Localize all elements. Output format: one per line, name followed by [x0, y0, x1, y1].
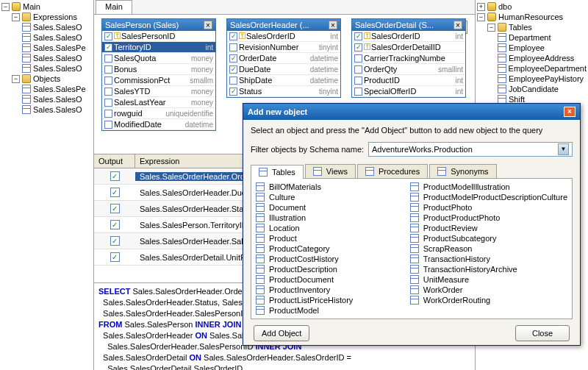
tree-item[interactable]: Sales.SalesPe — [22, 43, 92, 53]
schema-filter-combo[interactable]: AdventureWorks.Production ▼ — [368, 142, 573, 157]
column-checkbox[interactable] — [104, 121, 112, 129]
column-checkbox[interactable]: ✓ — [354, 43, 362, 51]
table-column[interactable]: ProductIDint — [352, 75, 465, 86]
tree-root-main[interactable]: − Main — [1, 1, 92, 12]
tree-item[interactable]: Sales.SalesO — [22, 22, 92, 32]
table-column[interactable]: SalesLastYearmoney — [102, 97, 215, 108]
tree-item[interactable]: Sales.SalesO — [22, 32, 92, 43]
tab-main[interactable]: Main — [96, 0, 132, 14]
dialog-tab-synonyms[interactable]: Synonyms — [429, 164, 496, 178]
table-column[interactable]: ModifiedDatedatetime — [102, 119, 215, 130]
add-object-button[interactable]: Add Object — [254, 325, 309, 341]
list-item[interactable]: TransactionHistory — [409, 254, 569, 264]
tree-table[interactable]: EmployeeDepartment — [477, 63, 587, 74]
dialog-tab-views[interactable]: Views — [305, 164, 356, 178]
table-column[interactable]: OrderQtysmallint — [352, 64, 465, 75]
column-checkbox[interactable]: ✓ — [104, 43, 112, 51]
close-icon[interactable]: × — [564, 107, 576, 117]
object-list[interactable]: BillOfMaterialsCultureDocumentIllustrati… — [251, 179, 573, 319]
tree-table[interactable]: Employee — [477, 43, 587, 53]
tree-item[interactable]: Sales.SalesO — [22, 104, 92, 115]
column-checkbox[interactable] — [354, 77, 362, 85]
tree-table[interactable]: JobCandidate — [477, 84, 587, 94]
table-window[interactable]: SalesOrderDetail (S...×✓⚿SalesOrderIDint… — [351, 18, 466, 98]
collapse-icon[interactable]: − — [12, 75, 20, 83]
column-checkbox[interactable] — [104, 54, 112, 63]
column-checkbox[interactable] — [104, 65, 112, 74]
list-item[interactable]: ProductCostHistory — [254, 254, 409, 264]
column-checkbox[interactable]: ✓ — [229, 54, 237, 63]
table-column[interactable]: ✓DueDatedatetime — [227, 64, 340, 75]
list-item[interactable]: TransactionHistoryArchive — [409, 264, 569, 274]
table-column[interactable]: ✓Statustinyint — [227, 86, 340, 97]
column-checkbox[interactable] — [104, 77, 112, 85]
table-header[interactable]: SalesOrderHeader (...× — [227, 19, 340, 31]
collapse-icon[interactable]: − — [1, 3, 10, 11]
table-header[interactable]: SalesPerson (Sales)× — [102, 19, 215, 31]
table-column[interactable]: CommissionPctsmallm — [102, 75, 215, 86]
column-checkbox[interactable]: ✓ — [229, 65, 237, 74]
list-item[interactable]: ProductInventory — [254, 285, 409, 295]
collapse-icon[interactable]: − — [477, 13, 485, 21]
column-checkbox[interactable] — [104, 110, 112, 118]
tree-table[interactable]: Department — [477, 32, 587, 43]
list-item[interactable]: Document — [254, 202, 409, 213]
list-item[interactable]: ProductPhoto — [409, 202, 569, 213]
table-column[interactable]: ✓⚿SalesOrderIDint — [227, 31, 340, 42]
table-column[interactable]: SalesYTDmoney — [102, 86, 215, 97]
column-checkbox[interactable] — [354, 88, 362, 96]
column-checkbox[interactable]: ✓ — [104, 32, 112, 40]
table-column[interactable]: ✓⚿SalesOrderIDint — [352, 31, 465, 42]
column-checkbox[interactable] — [354, 65, 362, 74]
list-item[interactable]: Location — [254, 223, 409, 233]
close-button[interactable]: Close — [515, 325, 570, 341]
output-checkbox[interactable]: ✓ — [110, 188, 120, 197]
table-column[interactable]: RevisionNumbertinyint — [227, 42, 340, 53]
list-item[interactable]: ProductReview — [409, 223, 569, 233]
close-icon[interactable]: × — [453, 21, 462, 29]
list-item[interactable]: ProductDocument — [254, 274, 409, 285]
tree-item[interactable]: Sales.SalesO — [22, 94, 92, 104]
table-column[interactable]: CarrierTrackingNumbe — [352, 53, 465, 64]
table-column[interactable]: rowguiduniqueidentifie — [102, 108, 215, 119]
column-checkbox[interactable]: ✓ — [354, 32, 362, 40]
column-checkbox[interactable] — [229, 77, 237, 85]
tree-schema[interactable]: +dbo — [477, 1, 587, 12]
collapse-icon[interactable]: − — [12, 13, 20, 21]
tree-expressions[interactable]: − Expressions — [1, 12, 92, 22]
close-icon[interactable]: × — [329, 21, 337, 29]
col-output[interactable]: Output — [94, 154, 135, 168]
tree-table[interactable]: EmployeeAddress — [477, 53, 587, 63]
table-header[interactable]: SalesOrderDetail (S...× — [352, 19, 465, 31]
output-checkbox[interactable]: ✓ — [110, 171, 120, 181]
left-tree[interactable]: − Main − Expressions Sales.SalesOSales.S… — [0, 0, 94, 370]
list-item[interactable]: WorkOrderRouting — [409, 295, 569, 305]
expand-icon[interactable]: + — [477, 3, 485, 11]
list-item[interactable]: UnitMeasure — [409, 274, 569, 285]
tree-item[interactable]: Sales.SalesO — [22, 53, 92, 63]
column-checkbox[interactable]: ✓ — [229, 88, 237, 96]
table-column[interactable]: SalesQuotamoney — [102, 53, 215, 64]
output-checkbox[interactable]: ✓ — [110, 236, 120, 246]
table-column[interactable]: ✓OrderDatedatetime — [227, 53, 340, 64]
list-item[interactable]: Illustration — [254, 213, 409, 223]
table-column[interactable]: ShipDatedatetime — [227, 75, 340, 86]
column-checkbox[interactable] — [104, 88, 112, 96]
table-column[interactable]: ✓⚿SalesOrderDetailID — [352, 42, 465, 53]
chevron-down-icon[interactable]: ▼ — [558, 143, 569, 155]
table-column[interactable]: ✓⚿SalesPersonID — [102, 31, 215, 42]
tree-item[interactable]: Sales.SalesPe — [22, 84, 92, 94]
table-window[interactable]: SalesOrderHeader (...×✓⚿SalesOrderIDintR… — [226, 18, 341, 98]
output-checkbox[interactable]: ✓ — [110, 220, 120, 230]
list-item[interactable]: Culture — [254, 192, 409, 202]
list-item[interactable]: Product — [254, 233, 409, 243]
table-column[interactable]: SpecialOfferIDint — [352, 86, 465, 97]
tree-schema[interactable]: −HumanResources — [477, 12, 587, 22]
column-checkbox[interactable]: ✓ — [229, 32, 237, 40]
list-item[interactable]: WorkOrder — [409, 285, 569, 295]
column-checkbox[interactable] — [229, 43, 237, 51]
tree-tables[interactable]: −Tables — [477, 22, 587, 32]
column-checkbox[interactable] — [104, 99, 112, 107]
column-checkbox[interactable] — [354, 54, 362, 63]
output-checkbox[interactable]: ✓ — [110, 204, 120, 213]
